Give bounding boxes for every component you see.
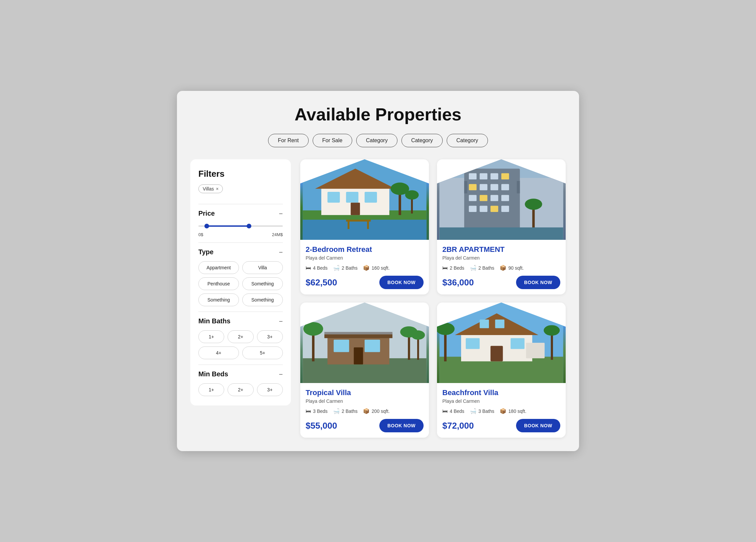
slider-thumb-max[interactable] xyxy=(247,224,251,228)
property-location-4: Playa del Carmen xyxy=(442,398,560,404)
sqft-value-1: 160 sqft. xyxy=(372,265,390,271)
type-villa[interactable]: Villa xyxy=(242,261,283,274)
svg-rect-5 xyxy=(327,192,340,203)
svg-point-49 xyxy=(303,322,323,336)
property-image-2 xyxy=(437,159,566,240)
property-info-2: 2BR APARTMENT Playa del Carmen 🛏 2 Beds … xyxy=(437,240,566,294)
type-something1[interactable]: Something xyxy=(242,277,283,290)
svg-rect-58 xyxy=(480,320,489,328)
svg-rect-46 xyxy=(365,340,380,352)
baths-3plus[interactable]: 3+ xyxy=(257,330,283,343)
beds-1plus[interactable]: 1+ xyxy=(198,383,224,396)
beds-options: 1+ 2+ 3+ xyxy=(198,383,283,396)
svg-rect-32 xyxy=(480,206,487,212)
price-label: Price xyxy=(198,210,215,217)
price-max: 24M$ xyxy=(272,232,283,237)
feature-baths-3: 🛁 2 Baths xyxy=(333,408,358,414)
price-collapse-btn[interactable]: − xyxy=(279,210,283,217)
sqft-icon-1: 📦 xyxy=(363,265,370,271)
beds-2plus[interactable]: 2+ xyxy=(228,383,253,396)
baths-collapse-btn[interactable]: − xyxy=(279,318,283,325)
property-image-3 xyxy=(300,303,429,383)
svg-point-67 xyxy=(544,325,560,335)
svg-rect-31 xyxy=(469,206,477,212)
baths-5plus[interactable]: 5+ xyxy=(242,346,283,359)
bed-icon-3: 🛏 xyxy=(306,408,311,414)
svg-rect-44 xyxy=(324,332,392,334)
book-btn-2[interactable]: BOOK NOW xyxy=(516,276,560,289)
svg-rect-19 xyxy=(469,173,477,179)
baths-value-1: 2 Baths xyxy=(342,265,358,271)
price-section-header: Price − xyxy=(198,210,283,217)
beds-3plus[interactable]: 3+ xyxy=(257,383,283,396)
svg-rect-62 xyxy=(491,346,503,361)
sqft-value-2: 90 sqft. xyxy=(508,265,524,271)
slider-thumb-min[interactable] xyxy=(204,224,209,228)
sqft-icon-2: 📦 xyxy=(500,265,506,271)
price-min: 0$ xyxy=(198,232,203,237)
svg-rect-24 xyxy=(480,184,487,190)
category-tabs: For Rent For Sale Category Category Cate… xyxy=(190,134,566,147)
svg-rect-33 xyxy=(491,206,498,212)
svg-point-38 xyxy=(525,199,542,210)
type-label: Type xyxy=(198,248,213,256)
bed-icon-4: 🛏 xyxy=(442,408,448,414)
feature-beds-4: 🛏 4 Beds xyxy=(442,408,464,414)
property-name-2: 2BR APARTMENT xyxy=(442,245,560,254)
feature-sqft-1: 📦 160 sqft. xyxy=(363,265,390,271)
type-collapse-btn[interactable]: − xyxy=(279,249,283,256)
slider-fill xyxy=(207,225,249,227)
property-features-4: 🛏 4 Beds 🛁 3 Baths 📦 180 sqft. xyxy=(442,408,560,414)
svg-rect-66 xyxy=(551,332,553,360)
properties-grid: 2-Bedroom Retreat Playa del Carmen 🛏 4 B… xyxy=(300,159,566,438)
property-name-4: Beachfront Villa xyxy=(442,388,560,397)
book-btn-3[interactable]: BOOK NOW xyxy=(379,419,424,432)
book-btn-4[interactable]: BOOK NOW xyxy=(516,419,560,432)
main-layout: Filters Villas × Price − xyxy=(190,159,566,438)
filter-tag-remove[interactable]: × xyxy=(216,186,218,192)
tab-for-sale[interactable]: For Sale xyxy=(313,134,352,147)
property-price-4: $72,000 xyxy=(442,421,474,431)
svg-rect-22 xyxy=(501,173,509,179)
type-appartment[interactable]: Appartment xyxy=(198,261,239,274)
divider-2 xyxy=(198,242,283,243)
tab-category-3[interactable]: Category xyxy=(447,134,488,147)
price-slider[interactable] xyxy=(198,223,283,229)
baths-1plus[interactable]: 1+ xyxy=(198,330,224,343)
property-name-3: Tropical Villa xyxy=(306,388,424,397)
property-footer-1: $62,500 BOOK NOW xyxy=(306,276,424,289)
book-btn-1[interactable]: BOOK NOW xyxy=(379,276,424,289)
filter-tag-label: Villas xyxy=(203,186,214,192)
type-section-header: Type − xyxy=(198,248,283,256)
active-filter-tag: Villas × xyxy=(198,184,283,199)
beds-value-1: 4 Beds xyxy=(313,265,328,271)
svg-rect-27 xyxy=(469,195,477,201)
tab-for-rent[interactable]: For Rent xyxy=(268,134,308,147)
tab-category-2[interactable]: Category xyxy=(401,134,443,147)
property-features-2: 🛏 2 Beds 🛁 2 Baths 📦 90 sqft. xyxy=(442,265,560,271)
type-something3[interactable]: Something xyxy=(242,293,283,306)
property-image-1 xyxy=(300,159,429,240)
type-something2[interactable]: Something xyxy=(198,293,239,306)
svg-rect-45 xyxy=(334,340,349,352)
baths-2plus[interactable]: 2+ xyxy=(228,330,253,343)
beds-label: Min Beds xyxy=(198,370,228,378)
svg-rect-20 xyxy=(480,173,487,179)
baths-options-row2: 4+ 5+ xyxy=(198,346,283,359)
beds-collapse-btn[interactable]: − xyxy=(279,371,283,378)
svg-rect-59 xyxy=(495,320,505,328)
beds-value-2: 2 Beds xyxy=(450,265,464,271)
property-card-1: 2-Bedroom Retreat Playa del Carmen 🛏 4 B… xyxy=(300,159,429,294)
baths-4plus[interactable]: 4+ xyxy=(198,346,239,359)
property-location-1: Playa del Carmen xyxy=(306,255,424,261)
tab-category-1[interactable]: Category xyxy=(356,134,397,147)
property-card-4: Beachfront Villa Playa del Carmen 🛏 4 Be… xyxy=(437,303,566,438)
svg-rect-21 xyxy=(491,173,498,179)
divider-4 xyxy=(198,365,283,365)
property-card-3: Tropical Villa Playa del Carmen 🛏 3 Beds… xyxy=(300,303,429,438)
type-options: Appartment Villa Penthouse Something Som… xyxy=(198,261,283,306)
svg-rect-52 xyxy=(417,337,419,360)
feature-baths-2: 🛁 2 Baths xyxy=(470,265,494,271)
bed-icon-1: 🛏 xyxy=(306,265,311,271)
type-penthouse[interactable]: Penthouse xyxy=(198,277,239,290)
